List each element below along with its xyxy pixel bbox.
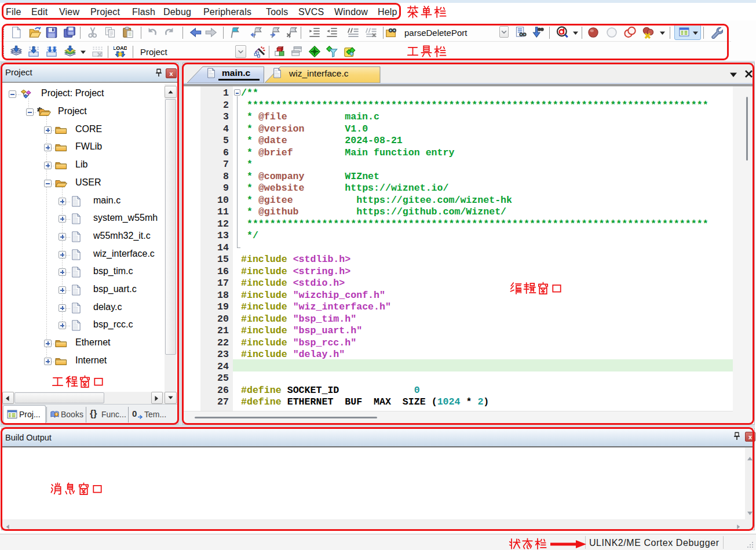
svg-text:LOAD: LOAD [114, 45, 127, 51]
svg-text:?: ? [55, 412, 57, 416]
